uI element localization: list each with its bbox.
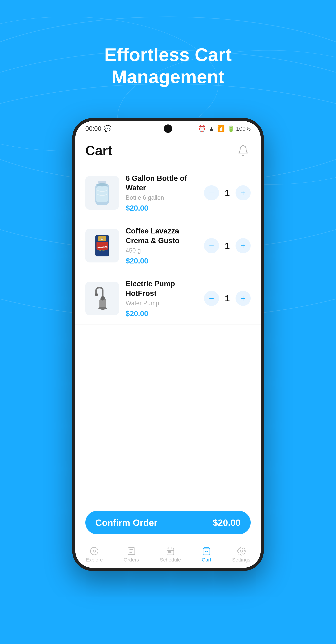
cart-item: 6 Gallon Bottle of Water Bottle 6 gallon… (75, 167, 261, 219)
hero-title: Effortless Cart Management (104, 44, 232, 88)
nav-label-settings: Settings (232, 557, 250, 563)
cart-item: Electric Pump HotFrost Water Pump $20.00… (75, 272, 261, 325)
decrease-quantity-button[interactable]: − (204, 291, 219, 306)
svg-point-34 (240, 550, 242, 552)
item-image-water (85, 176, 119, 210)
status-time: 00:00 💬 (85, 125, 112, 132)
status-bar: 00:00 💬 ⏰ ▲ 📶 🔋 100% (75, 121, 261, 136)
increase-quantity-button[interactable]: + (236, 185, 251, 200)
svg-rect-19 (95, 294, 98, 296)
item-quantity-pump: − 1 + (204, 291, 251, 306)
item-details-water: 6 Gallon Bottle of Water Bottle 6 gallon… (126, 174, 197, 212)
item-quantity-water: − 1 + (204, 185, 251, 200)
svg-rect-32 (170, 552, 171, 552)
item-name: Coffee Lavazza Crema & Gusto (126, 226, 197, 245)
svg-text:☕: ☕ (101, 238, 103, 240)
wifi-icon: ▲ (209, 125, 215, 132)
bottom-section: Confirm Order $20.00 (75, 506, 261, 541)
svg-rect-5 (98, 181, 106, 184)
nav-label-schedule: Schedule (160, 557, 181, 563)
bottom-nav: Explore Orders (75, 541, 261, 568)
svg-point-20 (98, 307, 107, 310)
confirm-order-price: $20.00 (213, 518, 241, 528)
confirm-order-button[interactable]: Confirm Order $20.00 (85, 511, 251, 534)
nav-item-cart[interactable]: Cart (202, 546, 211, 563)
notification-bell-button[interactable] (236, 143, 251, 158)
quantity-value: 1 (223, 188, 232, 198)
quantity-value: 1 (223, 241, 232, 251)
battery-icon: 🔋 100% (228, 125, 251, 132)
nav-label-cart: Cart (202, 557, 211, 563)
svg-text:CREMA: CREMA (99, 250, 105, 252)
phone-screen: 00:00 💬 ⏰ ▲ 📶 🔋 100% Cart (75, 121, 261, 568)
decrease-quantity-button[interactable]: − (204, 185, 219, 200)
empty-space (75, 325, 261, 426)
quantity-value: 1 (223, 293, 232, 304)
front-camera (164, 124, 172, 133)
svg-rect-31 (169, 552, 170, 552)
signal-icon: 📶 (217, 125, 225, 132)
increase-quantity-button[interactable]: + (236, 291, 251, 306)
svg-text:LAVAZZA: LAVAZZA (97, 246, 108, 248)
svg-point-21 (90, 548, 98, 555)
item-subtitle: Bottle 6 gallon (126, 194, 197, 201)
item-name: 6 Gallon Bottle of Water (126, 174, 197, 192)
item-subtitle: 450 g (126, 247, 197, 254)
nav-item-explore[interactable]: Explore (86, 546, 103, 563)
item-details-coffee: Coffee Lavazza Crema & Gusto 450 g $20.0… (126, 226, 197, 265)
confirm-order-label: Confirm Order (95, 518, 157, 528)
item-price: $20.00 (126, 310, 197, 318)
phone-frame: 00:00 💬 ⏰ ▲ 📶 🔋 100% Cart (72, 118, 264, 571)
cart-content: 6 Gallon Bottle of Water Bottle 6 gallon… (75, 163, 261, 506)
cart-item: LAVAZZA CREMA ☕ Coffee Lavazza Crema & G… (75, 219, 261, 272)
increase-quantity-button[interactable]: + (236, 238, 251, 253)
svg-point-8 (97, 183, 107, 186)
nav-item-settings[interactable]: Settings (232, 546, 250, 563)
item-price: $20.00 (126, 257, 197, 265)
nav-item-schedule[interactable]: Schedule (160, 546, 181, 563)
nav-label-explore: Explore (86, 557, 103, 563)
alarm-icon: ⏰ (198, 125, 206, 132)
nav-label-orders: Orders (124, 557, 139, 563)
nav-item-orders[interactable]: Orders (124, 546, 139, 563)
item-details-pump: Electric Pump HotFrost Water Pump $20.00 (126, 279, 197, 318)
whatsapp-icon: 💬 (104, 125, 112, 132)
svg-point-18 (100, 296, 105, 300)
item-image-coffee: LAVAZZA CREMA ☕ (85, 229, 119, 262)
page-title: Cart (85, 143, 112, 158)
item-price: $20.00 (126, 204, 197, 212)
svg-point-22 (93, 550, 95, 552)
decrease-quantity-button[interactable]: − (204, 238, 219, 253)
item-name: Electric Pump HotFrost (126, 279, 197, 298)
item-quantity-coffee: − 1 + (204, 238, 251, 253)
svg-rect-7 (96, 186, 108, 202)
app-header: Cart (75, 136, 261, 163)
item-subtitle: Water Pump (126, 300, 197, 307)
item-image-pump (85, 282, 119, 315)
status-icons: ⏰ ▲ 📶 🔋 100% (198, 125, 251, 132)
